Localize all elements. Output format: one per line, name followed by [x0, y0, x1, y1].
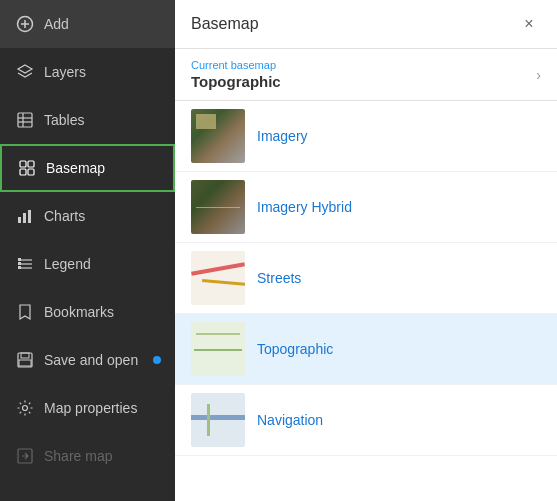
sidebar-item-layers[interactable]: Layers	[0, 48, 175, 96]
share-icon	[16, 447, 34, 465]
sidebar-item-bookmarks[interactable]: Bookmarks	[0, 288, 175, 336]
svg-rect-20	[18, 266, 21, 269]
svg-rect-23	[19, 360, 31, 366]
current-basemap-row[interactable]: Current basemap Topographic ›	[175, 49, 557, 101]
current-label-text: Current	[191, 59, 231, 71]
layers-icon	[16, 63, 34, 81]
basemap-name-navigation: Navigation	[257, 412, 323, 428]
sidebar: Add Layers Tables	[0, 0, 175, 501]
svg-marker-3	[18, 65, 32, 73]
basemap-thumbnail-topographic	[191, 322, 245, 376]
charts-icon	[16, 207, 34, 225]
svg-rect-9	[28, 161, 34, 167]
sidebar-item-label: Share map	[44, 448, 112, 464]
panel-title: Basemap	[191, 15, 259, 33]
basemap-thumbnail-navigation	[191, 393, 245, 447]
basemap-thumbnail-imagery-hybrid	[191, 180, 245, 234]
basemap-name-streets: Streets	[257, 270, 301, 286]
close-button[interactable]: ×	[517, 12, 541, 36]
imagery-hybrid-thumb-visual	[191, 180, 245, 234]
sidebar-item-label: Map properties	[44, 400, 137, 416]
basemap-item-topographic[interactable]: Topographic	[175, 314, 557, 385]
basemap-name-imagery: Imagery	[257, 128, 308, 144]
svg-rect-12	[18, 217, 21, 223]
sidebar-item-label: Save and open	[44, 352, 138, 368]
sidebar-item-label: Tables	[44, 112, 84, 128]
navigation-thumb-visual	[191, 393, 245, 447]
sidebar-item-tables[interactable]: Tables	[0, 96, 175, 144]
basemap-item-imagery[interactable]: Imagery	[175, 101, 557, 172]
legend-icon	[16, 255, 34, 273]
save-icon	[16, 351, 34, 369]
basemap-name-imagery-hybrid: Imagery Hybrid	[257, 199, 352, 215]
tables-icon	[16, 111, 34, 129]
sidebar-item-add[interactable]: Add	[0, 0, 175, 48]
bookmarks-icon	[16, 303, 34, 321]
basemap-item-imagery-hybrid[interactable]: Imagery Hybrid	[175, 172, 557, 243]
basemap-name-topographic: Topographic	[257, 341, 333, 357]
current-label-highlight: basemap	[231, 59, 276, 71]
sidebar-item-label: Basemap	[46, 160, 105, 176]
basemap-icon	[18, 159, 36, 177]
sidebar-item-map-properties[interactable]: Map properties	[0, 384, 175, 432]
svg-rect-10	[20, 169, 26, 175]
svg-rect-8	[20, 161, 26, 167]
notification-dot	[153, 356, 161, 364]
panel-header: Basemap ×	[175, 0, 557, 49]
sidebar-item-share-map[interactable]: Share map	[0, 432, 175, 480]
svg-rect-11	[28, 169, 34, 175]
gear-icon	[16, 399, 34, 417]
basemap-thumbnail-imagery	[191, 109, 245, 163]
sidebar-item-label: Add	[44, 16, 69, 32]
svg-rect-18	[18, 258, 21, 261]
sidebar-item-label: Layers	[44, 64, 86, 80]
chevron-right-icon: ›	[536, 67, 541, 83]
svg-rect-4	[18, 113, 32, 127]
imagery-thumb-visual	[191, 109, 245, 163]
streets-thumb-visual	[191, 251, 245, 305]
add-icon	[16, 15, 34, 33]
sidebar-item-basemap[interactable]: Basemap	[0, 144, 175, 192]
current-basemap-info: Current basemap Topographic	[191, 59, 536, 90]
basemap-panel: Basemap × Current basemap Topographic › …	[175, 0, 557, 501]
current-basemap-label: Current basemap	[191, 59, 536, 71]
sidebar-item-label: Legend	[44, 256, 91, 272]
svg-rect-22	[21, 353, 29, 358]
sidebar-item-legend[interactable]: Legend	[0, 240, 175, 288]
basemap-thumbnail-streets	[191, 251, 245, 305]
sidebar-item-save-open[interactable]: Save and open	[0, 336, 175, 384]
sidebar-item-label: Charts	[44, 208, 85, 224]
sidebar-item-charts[interactable]: Charts	[0, 192, 175, 240]
basemap-list: Imagery Imagery Hybrid Streets Topograph…	[175, 101, 557, 501]
sidebar-item-label: Bookmarks	[44, 304, 114, 320]
svg-rect-14	[28, 210, 31, 223]
current-basemap-value: Topographic	[191, 73, 536, 90]
basemap-item-streets[interactable]: Streets	[175, 243, 557, 314]
svg-point-24	[23, 406, 28, 411]
topographic-thumb-visual	[191, 322, 245, 376]
svg-rect-19	[18, 262, 21, 265]
svg-rect-13	[23, 213, 26, 223]
basemap-item-navigation[interactable]: Navigation	[175, 385, 557, 456]
